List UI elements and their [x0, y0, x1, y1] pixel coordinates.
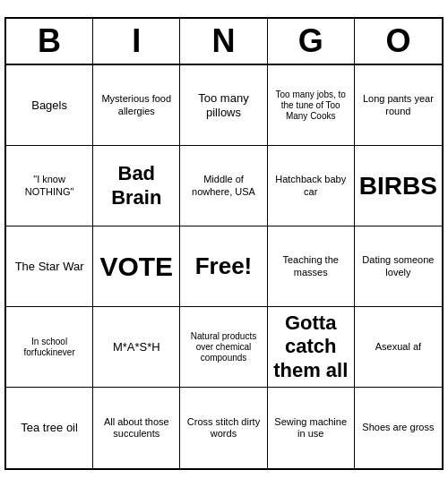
bingo-cell-9: BIRBS [355, 146, 442, 226]
bingo-cell-20: Tea tree oil [6, 388, 93, 468]
bingo-cell-17: Natural products over chemical compounds [180, 307, 267, 388]
bingo-cell-8: Hatchback baby car [268, 146, 355, 226]
header-letter: I [93, 19, 180, 64]
bingo-cell-18: Gotta catch them all [268, 307, 355, 388]
header-letter: N [180, 19, 267, 64]
header-letter: B [6, 19, 93, 64]
bingo-cell-10: The Star War [6, 226, 93, 307]
header-letter: G [268, 19, 355, 64]
bingo-cell-2: Too many pillows [180, 65, 267, 146]
bingo-cell-14: Dating someone lovely [355, 226, 442, 307]
bingo-cell-0: Bagels [6, 65, 93, 146]
bingo-grid: BagelsMysterious food allergiesToo many … [6, 65, 442, 468]
bingo-cell-6: Bad Brain [93, 146, 180, 226]
bingo-cell-24: Shoes are gross [355, 388, 442, 468]
bingo-cell-21: All about those succulents [93, 388, 180, 468]
bingo-cell-3: Too many jobs, to the tune of Too Many C… [268, 65, 355, 146]
bingo-cell-12: Free! [180, 226, 267, 307]
bingo-cell-19: Asexual af [355, 307, 442, 388]
bingo-cell-1: Mysterious food allergies [93, 65, 180, 146]
bingo-cell-11: VOTE [93, 226, 180, 307]
bingo-cell-13: Teaching the masses [268, 226, 355, 307]
bingo-header: BINGO [6, 19, 442, 65]
bingo-card: BINGO BagelsMysterious food allergiesToo… [4, 17, 444, 470]
bingo-cell-15: In school forfuckinever [6, 307, 93, 388]
bingo-cell-23: Sewing machine in use [268, 388, 355, 468]
bingo-cell-7: Middle of nowhere, USA [180, 146, 267, 226]
bingo-cell-5: "I know NOTHING" [6, 146, 93, 226]
header-letter: O [355, 19, 442, 64]
bingo-cell-4: Long pants year round [355, 65, 442, 146]
bingo-cell-22: Cross stitch dirty words [180, 388, 267, 468]
bingo-cell-16: M*A*S*H [93, 307, 180, 388]
